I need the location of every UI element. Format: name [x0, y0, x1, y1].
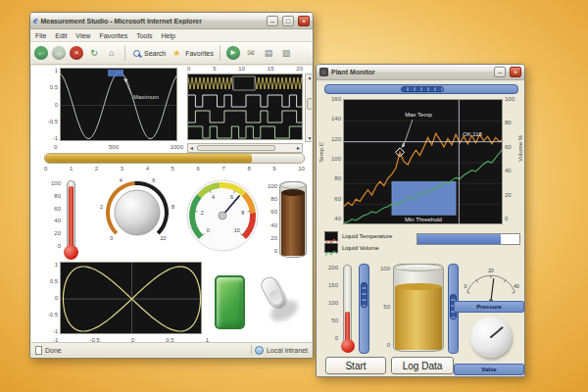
ie-title: Measurement Studio - Microsoft Internet …	[40, 18, 263, 24]
progress-fill	[417, 234, 501, 244]
plant-tank	[393, 264, 444, 352]
button-label: Log Data	[403, 361, 443, 371]
plant-strip-chart[interactable]: Max TempOK 118Min Threshold	[343, 99, 503, 224]
xy-graph-y-axis: 10.50-0.5-1	[39, 262, 58, 334]
horizontal-slider[interactable]	[44, 153, 305, 164]
menu-item-favorites[interactable]: Favorites	[99, 32, 127, 39]
thermometer-scale: 100806040200	[48, 180, 61, 249]
forward-button[interactable]: →	[52, 46, 66, 60]
tick-label: 0	[44, 166, 47, 172]
tank-rim	[394, 264, 443, 271]
slider-fill	[45, 154, 252, 163]
caption-text: Valve	[481, 367, 496, 372]
menu-item-help[interactable]: Help	[162, 32, 175, 39]
back-button[interactable]: ←	[34, 46, 48, 60]
home-button[interactable]: ⌂	[105, 46, 119, 60]
dial-label: 0	[110, 235, 113, 241]
scrollbar-thumb[interactable]	[307, 98, 312, 110]
scroll-left-icon[interactable]: ◄	[189, 145, 194, 151]
temp-axis-ticks: 160140120100806040	[326, 96, 341, 221]
tick-label: 40	[505, 168, 517, 173]
tick-label: 20	[48, 230, 61, 236]
maximize-button[interactable]: □	[282, 16, 294, 26]
tank-control	[279, 181, 307, 258]
close-button[interactable]: ×	[510, 67, 521, 77]
tick-label: 6	[197, 166, 200, 172]
tick-label: 100	[324, 300, 338, 306]
menu-item-view[interactable]: View	[75, 32, 90, 39]
tick-label: 80	[326, 175, 341, 181]
menu-item-file[interactable]: File	[35, 32, 46, 39]
scrollbar-thumb[interactable]	[197, 145, 275, 151]
tick-label: 80	[263, 196, 277, 202]
legend-label: Liquid Volume	[342, 245, 379, 251]
thermometer-fill	[345, 312, 350, 340]
temp-slider[interactable]	[359, 264, 369, 354]
edit-button[interactable]: ▧	[279, 46, 293, 60]
tick-label: 0	[187, 66, 190, 72]
print-button[interactable]: ▤	[262, 46, 275, 60]
start-button[interactable]: Start	[325, 357, 386, 374]
digital-graph-hscrollbar[interactable]: ◄ ►	[187, 143, 303, 153]
menu-item-tools[interactable]: Tools	[136, 32, 152, 39]
button-label: Start	[345, 361, 366, 371]
slider-thumb[interactable]	[401, 86, 444, 92]
minimize-button[interactable]: –	[494, 67, 506, 77]
tick-label: 20	[505, 192, 517, 198]
tick-label: 1	[39, 68, 58, 74]
digital-waveform-graph	[187, 74, 303, 140]
tick-label: 80	[505, 120, 517, 125]
legend-swatch-icon	[324, 231, 338, 241]
scroll-up-icon[interactable]: ▲	[308, 74, 312, 80]
plant-titlebar[interactable]: Plant Monitor – ×	[317, 65, 524, 80]
sine-graph-x-axis: 05001000	[54, 144, 183, 150]
tank-scale: 100806040200	[263, 183, 277, 254]
top-slider[interactable]	[324, 84, 518, 94]
slider-thumb[interactable]	[361, 282, 368, 308]
log-data-button[interactable]: Log Data	[391, 357, 454, 374]
thermometer-bulb	[341, 339, 355, 353]
tick-label: 60	[48, 206, 61, 212]
tick-label: 0.5	[39, 278, 58, 284]
meter-label: 40	[514, 283, 519, 289]
search-button[interactable]: Search	[131, 48, 166, 59]
volume-axis-ticks: 100806040200	[505, 96, 517, 221]
tick-label: 0	[54, 144, 57, 150]
tick-label: 0	[263, 248, 277, 254]
ie-titlebar[interactable]: e Measurement Studio - Microsoft Interne…	[30, 13, 313, 29]
knob-control[interactable]: 0246810	[96, 172, 178, 254]
favorites-button[interactable]: ★Favorites	[170, 46, 214, 60]
tank-rim	[280, 181, 306, 189]
toggle-switch[interactable]	[258, 276, 307, 327]
volume-axis-label: Volume %	[517, 135, 523, 162]
meter-label: 20	[488, 268, 494, 273]
dial-label: 2	[100, 204, 103, 210]
caption-text: Pressure	[476, 304, 502, 310]
cursor-readout: OK 118	[463, 131, 483, 137]
tick-label: 50	[324, 318, 338, 323]
min-threshold-label: Min Threshold	[405, 217, 442, 222]
tick-label: 15	[268, 66, 274, 72]
security-zone: Local intranet	[267, 347, 308, 354]
led-button[interactable]	[215, 275, 245, 329]
minimize-button[interactable]: –	[267, 16, 278, 26]
refresh-button[interactable]: ↻	[87, 46, 101, 60]
menu-item-edit[interactable]: Edit	[55, 32, 67, 39]
tick-label: 140	[326, 116, 341, 122]
mail-button[interactable]: ✉	[244, 46, 258, 60]
scroll-right-icon[interactable]: ►	[296, 145, 301, 151]
scroll-down-icon[interactable]: ▼	[308, 135, 312, 141]
print-icon: ▤	[262, 46, 275, 60]
stop-button[interactable]: ×	[70, 46, 83, 60]
ie-icon: e	[33, 16, 37, 25]
tick-label: 40	[48, 218, 61, 223]
tick-label: 60	[263, 209, 277, 215]
media-button[interactable]: ►	[226, 46, 240, 60]
globe-icon	[255, 346, 264, 355]
toolbar-separator	[124, 45, 125, 61]
close-button[interactable]: ×	[298, 16, 310, 26]
toolbar-separator	[220, 45, 220, 61]
progress-bar	[416, 233, 520, 245]
ie-menubar: FileEditViewFavoritesToolsHelp	[30, 29, 313, 42]
digital-graph-vscrollbar[interactable]: ▲ ▼	[305, 74, 312, 142]
